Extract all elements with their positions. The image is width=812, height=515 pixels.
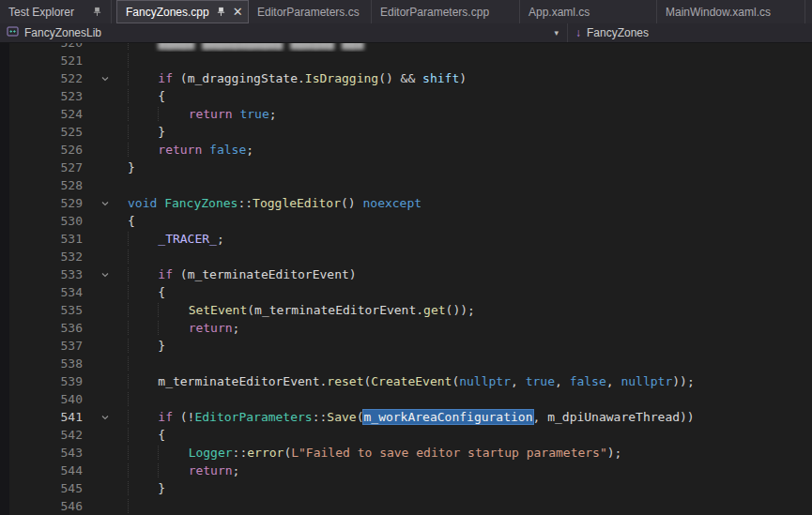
glyph-margin[interactable] [9, 301, 47, 319]
code-line[interactable]: 523 { [9, 87, 812, 105]
glyph-margin[interactable] [9, 337, 47, 355]
code-line[interactable]: 530{ [9, 212, 812, 230]
code-line[interactable]: 522 if (m_draggingState.IsDragging() && … [9, 69, 812, 87]
glyph-margin[interactable] [9, 390, 47, 408]
code-line[interactable]: 533 if (m_terminateEditorEvent) [9, 265, 812, 283]
code-line[interactable]: 540 [9, 390, 812, 408]
code-line[interactable]: 531 _TRACER_; [9, 230, 812, 248]
fold-chevron-icon[interactable] [83, 408, 128, 426]
code-text[interactable]: if (m_draggingState.IsDragging() && shif… [128, 69, 812, 87]
pin-icon[interactable] [92, 7, 102, 17]
glyph-margin[interactable] [9, 497, 47, 515]
glyph-margin[interactable] [9, 355, 47, 372]
code-line[interactable]: 546 [9, 497, 812, 515]
code-line[interactable]: 544 return; [9, 462, 812, 479]
glyph-margin[interactable] [9, 52, 47, 69]
code-line[interactable]: 537 } [9, 337, 812, 355]
code-text[interactable] [128, 248, 812, 265]
line-number: 526 [47, 141, 83, 159]
code-text[interactable]: return true; [128, 105, 812, 123]
glyph-margin[interactable] [9, 479, 47, 497]
code-line[interactable]: 529void FancyZones::ToggleEditor() noexc… [9, 194, 812, 212]
code-line[interactable]: 526 return false; [9, 141, 812, 159]
glyph-margin[interactable] [9, 176, 47, 194]
code-text[interactable]: } [128, 479, 812, 497]
tab-fancyzones-cpp[interactable]: FancyZones.cpp ✕ [116, 0, 249, 23]
code-line[interactable]: 541 if (!EditorParameters::Save(m_workAr… [9, 408, 812, 426]
glyph-margin[interactable] [9, 265, 47, 283]
code-text[interactable]: return; [128, 462, 812, 479]
code-text[interactable]: { [128, 426, 812, 444]
code-text[interactable] [128, 390, 812, 408]
glyph-margin[interactable] [9, 69, 47, 87]
code-text[interactable] [128, 176, 812, 194]
tab-app-xaml-cs[interactable]: App.xaml.cs [520, 0, 657, 23]
code-text[interactable] [128, 497, 812, 515]
code-text[interactable]: if (m_terminateEditorEvent) [128, 265, 812, 283]
code-line[interactable]: 536 return; [9, 319, 812, 337]
fold-chevron-icon[interactable] [83, 194, 128, 212]
code-line[interactable]: 543 Logger::error(L"Failed to save edito… [9, 444, 812, 462]
tab-editorparameters-cs[interactable]: EditorParameters.cs [249, 0, 372, 23]
code-line[interactable]: 545 } [9, 479, 812, 497]
glyph-margin[interactable] [9, 283, 47, 301]
code-text[interactable]: _TRACER_; [128, 230, 812, 248]
code-text[interactable]: { [128, 87, 812, 105]
code-line[interactable]: 539 m_terminateEditorEvent.reset(CreateE… [9, 372, 812, 390]
tool-tab-test-explorer[interactable]: Test Explorer [0, 0, 112, 23]
glyph-margin[interactable] [9, 372, 47, 390]
close-icon[interactable]: ✕ [233, 6, 243, 18]
code-text[interactable]: ▆▇▆▇▆ ▇▆▇▆▇▆▇▆▇▆▇ ▆▇▆▇▆▇ ▆▇▆ [128, 43, 812, 52]
glyph-margin[interactable] [9, 87, 47, 105]
code-text[interactable]: Logger::error(L"Failed to save editor st… [128, 444, 812, 462]
glyph-margin[interactable] [9, 123, 47, 141]
code-text[interactable]: { [128, 212, 812, 230]
glyph-margin[interactable] [9, 426, 47, 444]
glyph-margin[interactable] [9, 248, 47, 265]
glyph-margin[interactable] [9, 319, 47, 337]
tab-editorparameters-cpp[interactable]: EditorParameters.cpp [372, 0, 520, 23]
glyph-margin[interactable] [9, 230, 47, 248]
code-text[interactable]: SetEvent(m_terminateEditorEvent.get()); [128, 301, 812, 319]
code-line[interactable]: 520 ▆▇▆▇▆ ▇▆▇▆▇▆▇▆▇▆▇ ▆▇▆▇▆▇ ▆▇▆ [9, 43, 812, 52]
fold-chevron-icon[interactable] [83, 265, 128, 283]
glyph-margin[interactable] [9, 141, 47, 159]
code-line[interactable]: 532 [9, 248, 812, 265]
code-text[interactable]: } [128, 337, 812, 355]
code-line[interactable]: 528 [9, 176, 812, 194]
code-text[interactable] [128, 52, 812, 69]
code-text[interactable] [128, 355, 812, 372]
project-dropdown[interactable]: FancyZonesLib ▾ [0, 23, 567, 42]
fold-chevron-icon[interactable] [83, 69, 128, 87]
code-line[interactable]: 524 return true; [9, 105, 812, 123]
code-line[interactable]: 535 SetEvent(m_terminateEditorEvent.get(… [9, 301, 812, 319]
code-line[interactable]: 538 [9, 355, 812, 372]
glyph-margin[interactable] [9, 212, 47, 230]
code-text[interactable]: void FancyZones::ToggleEditor() noexcept [128, 194, 812, 212]
code-line[interactable]: 527} [9, 159, 812, 176]
code-line[interactable]: 542 { [9, 426, 812, 444]
tab-label: EditorParameters.cs [257, 6, 362, 19]
code-text[interactable]: m_terminateEditorEvent.reset(CreateEvent… [128, 372, 812, 390]
code-text[interactable]: } [128, 123, 812, 141]
glyph-margin[interactable] [9, 105, 47, 123]
glyph-margin[interactable] [9, 43, 47, 52]
code-text[interactable]: return; [128, 319, 812, 337]
code-text[interactable]: return false; [128, 141, 812, 159]
selected-text[interactable]: m_workAreaConfiguration [363, 410, 532, 424]
code-text[interactable]: if (!EditorParameters::Save(m_workAreaCo… [128, 408, 812, 426]
pin-icon[interactable] [216, 7, 226, 17]
line-number: 542 [47, 426, 83, 444]
member-dropdown[interactable]: ↓ FancyZones [568, 23, 812, 42]
glyph-margin[interactable] [9, 444, 47, 462]
tab-mainwindow-xaml-cs[interactable]: MainWindow.xaml.cs [657, 0, 805, 23]
code-line[interactable]: 525 } [9, 123, 812, 141]
code-text[interactable]: { [128, 283, 812, 301]
code-line[interactable]: 534 { [9, 283, 812, 301]
glyph-margin[interactable] [9, 159, 47, 176]
glyph-margin[interactable] [9, 408, 47, 426]
code-line[interactable]: 521 [9, 52, 812, 69]
glyph-margin[interactable] [9, 462, 47, 479]
glyph-margin[interactable] [9, 194, 47, 212]
code-text[interactable]: } [128, 159, 812, 176]
